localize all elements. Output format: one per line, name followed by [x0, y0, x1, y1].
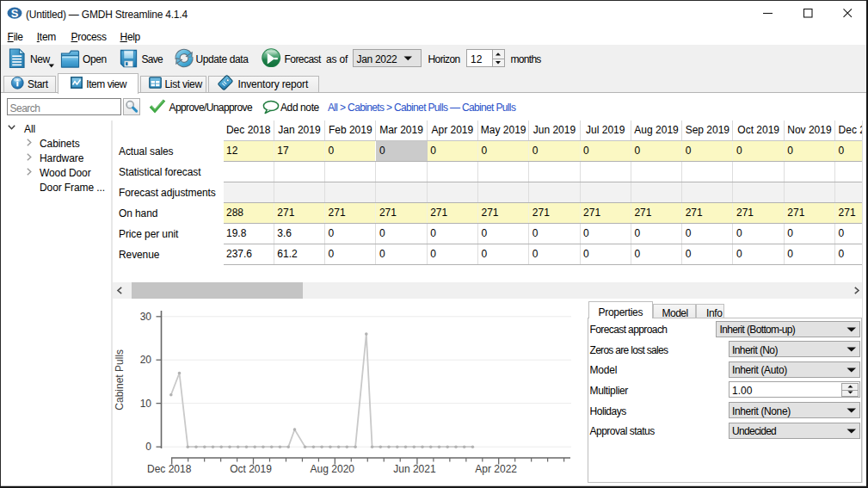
svg-text:Oct 2019: Oct 2019	[230, 463, 272, 475]
svg-text:Jun 2021: Jun 2021	[393, 463, 436, 475]
svg-text:Dec 2018: Dec 2018	[147, 463, 192, 475]
svg-text:0: 0	[145, 441, 151, 453]
svg-text:10: 10	[140, 398, 152, 410]
svg-text:Cabinet Pulls: Cabinet Pulls	[114, 349, 126, 411]
svg-text:30: 30	[140, 311, 152, 323]
svg-text:20: 20	[140, 354, 152, 366]
svg-text:Apr 2022: Apr 2022	[475, 463, 517, 475]
svg-text:S: S	[11, 7, 19, 20]
svg-text:Aug 2020: Aug 2020	[311, 463, 355, 475]
